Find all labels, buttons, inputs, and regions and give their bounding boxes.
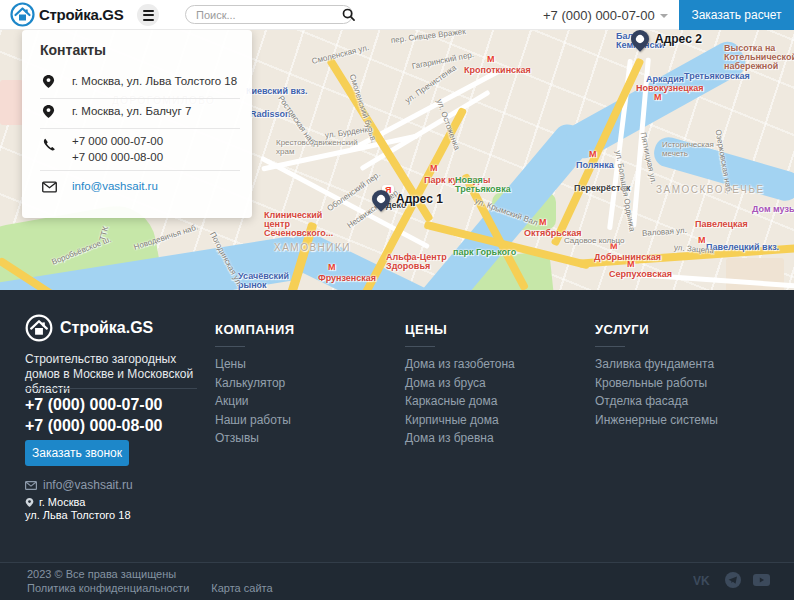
sitemap-link[interactable]: Карта сайта — [211, 582, 272, 594]
page: Стройка.GS +7 (000) 000-07-00 Заказать р… — [0, 0, 794, 600]
footer-logo-house-icon — [25, 314, 53, 342]
header-phone[interactable]: +7 (000) 000-07-00 — [543, 0, 668, 30]
divider — [40, 170, 240, 171]
map-label: М — [487, 55, 495, 64]
menu-button[interactable] — [137, 4, 159, 26]
youtube-link[interactable] — [753, 574, 770, 586]
footer-address: г. Москва — [25, 496, 85, 508]
map-label: ХАМОВНИКИ — [274, 243, 351, 252]
footer-column-prices: ЦЕНЫ Дома из газобетонаДома из брусаКарк… — [405, 322, 585, 452]
footer-column-links: ЦеныКалькуляторАкцииНаши работыОтзывы — [215, 359, 395, 445]
map-pin-icon — [368, 186, 393, 211]
contacts-card-title: Контакты — [40, 42, 106, 58]
map-label: Валовая ул. — [642, 226, 687, 238]
search-input[interactable] — [186, 9, 342, 21]
map[interactable]: ДОРОГОМИЛОВОХАМОВНИКИЗАМОСКВОРЕЧЬЕКропот… — [0, 30, 794, 290]
envelope-icon — [25, 481, 37, 490]
footer-description: Строительство загородных домов в Москве … — [25, 352, 210, 397]
contact-address-2: г. Москва, ул. Балчуг 7 — [72, 105, 191, 117]
footer-email-text: info@vashsait.ru — [43, 478, 133, 492]
map-label: Садовое кольцо — [564, 236, 624, 245]
map-label: Полянка — [576, 161, 614, 170]
map-label: Воробьёвское ш. — [50, 235, 112, 267]
map-label: пер. Сивцев Вражек — [390, 30, 466, 45]
footer-link[interactable]: Дома из газобетона — [405, 359, 585, 371]
footer-link[interactable]: Калькулятор — [215, 378, 395, 390]
map-label: М — [430, 164, 438, 173]
map-label: Новодевичья наб. — [133, 222, 200, 251]
map-label: М — [627, 260, 635, 269]
footer-email-link[interactable]: info@vashsait.ru — [25, 478, 133, 492]
map-label: Новокузнецкая — [636, 84, 704, 93]
map-marker-label: Адрес 2 — [655, 32, 702, 46]
footer-link[interactable]: Отделка фасада — [595, 396, 775, 408]
map-label: Кропоткинская — [464, 66, 531, 75]
footer-link[interactable]: Цены — [215, 359, 395, 371]
divider — [595, 346, 625, 347]
footer-link[interactable]: Каркасные дома — [405, 396, 585, 408]
map-label: Пятницкая ул. — [639, 132, 659, 185]
map-marker-label: Адрес 1 — [396, 192, 443, 206]
footer-link[interactable]: Заливка фундамента — [595, 359, 775, 371]
footer-phone-2[interactable]: +7 (000) 000-08-00 — [25, 417, 162, 435]
map-label: Дом музыки — [752, 205, 794, 214]
footer-link[interactable]: Наши работы — [215, 415, 395, 427]
vk-icon: VK — [693, 574, 713, 587]
phone-icon — [42, 138, 56, 152]
map-label: парк Горького — [453, 248, 516, 257]
footer-column-services: УСЛУГИ Заливка фундаментаКровельные рабо… — [595, 322, 775, 433]
vk-link[interactable]: VK — [693, 574, 713, 587]
svg-text:VK: VK — [693, 574, 710, 587]
search-box — [185, 5, 353, 24]
telegram-link[interactable] — [725, 572, 741, 588]
search-icon[interactable] — [342, 8, 355, 21]
location-pin-icon — [42, 74, 55, 89]
footer-link[interactable]: Акции — [215, 396, 395, 408]
map-marker-address-1[interactable]: Адрес 1 — [372, 190, 443, 208]
map-label: Новая Третьяковка — [455, 176, 511, 194]
footer-column-links: Дома из газобетонаДома из брусаКаркасные… — [405, 359, 585, 445]
map-label: ул. Крымский Вал — [473, 196, 538, 227]
chevron-down-icon — [660, 14, 668, 18]
map-marker-address-2[interactable]: Адрес 2 — [631, 30, 702, 48]
footer-link[interactable]: Инженерные системы — [595, 415, 775, 427]
contact-phone-2: +7 000 000-08-00 — [72, 151, 163, 163]
order-calculation-button[interactable]: Заказать расчет — [679, 0, 794, 30]
footer-column-links: Заливка фундаментаКровельные работыОтдел… — [595, 359, 775, 426]
divider — [215, 346, 245, 347]
footer-bottom-links: Политика конфиденциальностиКарта сайта — [27, 582, 273, 594]
divider — [405, 346, 435, 347]
footer-column-title: УСЛУГИ — [595, 322, 775, 337]
footer-link[interactable]: Дома из бревна — [405, 433, 585, 445]
map-label: М — [589, 150, 597, 159]
envelope-icon — [42, 181, 57, 193]
footer-link[interactable]: Кровельные работы — [595, 378, 775, 390]
location-pin-icon — [42, 104, 55, 119]
map-label: Серпуховская — [609, 270, 672, 279]
map-label: Павелецкая — [695, 220, 748, 229]
footer-column-company: КОМПАНИЯ ЦеныКалькуляторАкцииНаши работы… — [215, 322, 395, 452]
footer-logo[interactable]: Стройка.GS — [25, 314, 153, 342]
footer-link[interactable]: Отзывы — [215, 433, 395, 445]
footer-phone-1[interactable]: +7 (000) 000-07-00 — [25, 396, 162, 414]
order-call-button[interactable]: Заказать звонок — [25, 440, 129, 466]
footer-column-title: КОМПАНИЯ — [215, 322, 395, 337]
logo[interactable]: Стройка.GS — [10, 2, 123, 27]
footer-address-line2: ул. Льва Толстого 18 — [25, 509, 131, 521]
privacy-policy-link[interactable]: Политика конфиденциальности — [27, 582, 189, 594]
contact-email-link[interactable]: info@vashsait.ru — [72, 180, 158, 192]
divider — [40, 128, 240, 129]
map-label: Высотка на Котельнической набережной — [724, 44, 794, 71]
footer-link[interactable]: Кирпичные дома — [405, 415, 585, 427]
map-label: Усачёвский рынок — [238, 272, 289, 290]
divider — [40, 98, 240, 99]
map-label: Киевский вкз. — [246, 87, 307, 96]
contact-address-1: г. Москва, ул. Льва Толстого 18 — [72, 75, 237, 87]
header: Стройка.GS +7 (000) 000-07-00 Заказать р… — [0, 0, 794, 30]
footer-link[interactable]: Дома из бруса — [405, 378, 585, 390]
footer-address-line1: г. Москва — [39, 496, 85, 508]
telegram-icon — [725, 572, 741, 588]
map-label: Смоленская ул. — [311, 43, 370, 66]
map-label: Павелецкий вкз. — [706, 243, 779, 252]
logo-text: Стройка.GS — [39, 6, 123, 23]
